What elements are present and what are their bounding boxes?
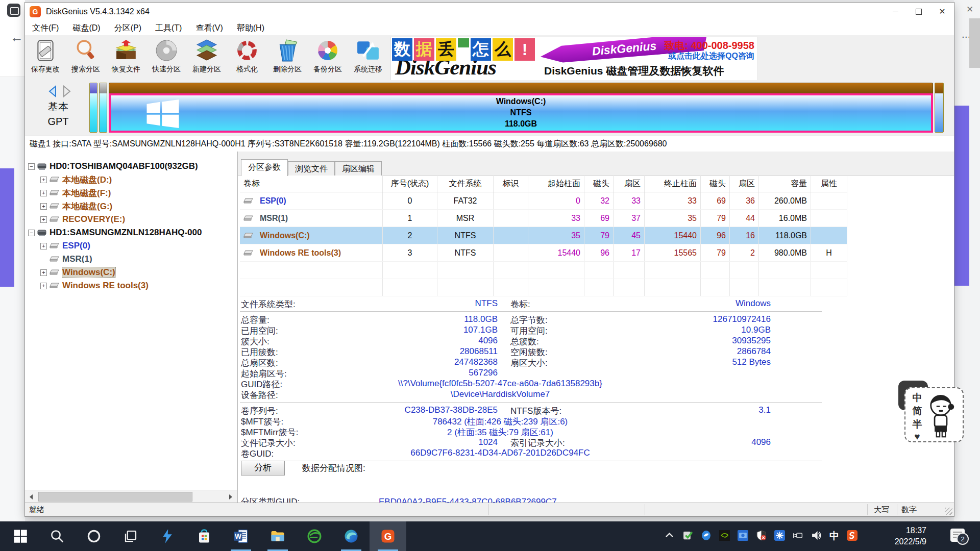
next-disk-arrow-icon[interactable] [62, 85, 72, 97]
partition-block-windows-c[interactable]: Windows(C:) NTFS 118.0GB [109, 83, 933, 133]
toolbar-system-migrate-button[interactable]: 系统迁移 [350, 37, 386, 74]
tray-volume-button[interactable] [811, 530, 822, 543]
toolbar-format-button[interactable]: 格式化 [229, 37, 265, 74]
taskbar-cortana-button[interactable] [76, 521, 112, 551]
menu-disk[interactable]: 磁盘(D) [72, 23, 100, 34]
toolbar-save-changes-button[interactable]: 保存更改 [27, 37, 64, 74]
tray-sogou-button[interactable] [847, 530, 857, 543]
expand-plus-icon[interactable]: + [40, 269, 47, 276]
taskbar-task-view-button[interactable] [112, 521, 149, 551]
background-window-icon[interactable] [7, 4, 20, 17]
table-row-windows-re[interactable]: Windows RE tools(3)3NTFS1544096171556579… [240, 244, 847, 262]
column-header-0[interactable]: 卷标 [240, 175, 383, 192]
toolbar-delete-partition-button[interactable]: 删除分区 [269, 37, 306, 74]
toolbar-backup-partition-button[interactable]: 备份分区 [309, 37, 346, 74]
prev-disk-arrow-icon[interactable] [47, 85, 58, 97]
taskbar-word-button[interactable]: W [223, 521, 259, 551]
table-row-windows-c[interactable]: Windows(C:)2NTFS357945154409616118.0GB [240, 227, 847, 244]
ad-banner[interactable]: DiskGenius DiskGenius 磁盘管理及数据恢复软件 数据丢怎么!… [390, 37, 758, 81]
column-header-4[interactable]: 起始柱面 [528, 175, 584, 192]
expand-plus-icon[interactable]: + [40, 203, 47, 210]
taskbar-explorer-button[interactable] [259, 521, 296, 551]
partition-block-esp[interactable] [89, 83, 97, 133]
expand-plus-icon[interactable]: + [40, 177, 47, 183]
tray-chevron-up-button[interactable] [664, 530, 675, 543]
column-header-11[interactable]: 属性 [811, 175, 847, 192]
tree-item-local-g[interactable]: +本地磁盘(G:) [25, 199, 237, 213]
column-header-10[interactable]: 容量 [759, 175, 811, 192]
minimize-button[interactable] [884, 3, 907, 21]
taskbar-clock[interactable]: 18:37 2022/5/9 [880, 525, 926, 547]
toolbar-recover-files-button[interactable]: 恢复文件 [108, 37, 144, 74]
taskbar-start-button[interactable] [2, 521, 39, 551]
menu-partition[interactable]: 分区(P) [114, 23, 141, 34]
tree-item-windows-re[interactable]: +Windows RE tools(3) [25, 279, 237, 292]
menu-file[interactable]: 文件(F) [32, 23, 59, 34]
analyze-button[interactable]: 分析 [241, 461, 285, 475]
column-header-1[interactable]: 序号(状态) [383, 175, 437, 192]
menu-view[interactable]: 查看(V) [195, 23, 223, 34]
column-header-2[interactable]: 文件系统 [437, 175, 494, 192]
banner-qq-link[interactable]: 或点击此处选择QQ咨询 [627, 51, 754, 62]
tray-safety-check-button[interactable] [682, 530, 693, 543]
expand-plus-icon[interactable]: + [40, 283, 47, 289]
expand-minus-icon[interactable]: − [28, 230, 35, 236]
scroll-right-arrow-icon[interactable] [225, 490, 237, 503]
maximize-button[interactable] [907, 3, 930, 21]
tree-item-msr[interactable]: MSR(1) [25, 253, 237, 266]
taskbar-store-button[interactable] [186, 521, 223, 551]
tree-item-hd1[interactable]: −HD1:SAMSUNGMZNLN128HAHQ-000 [25, 226, 237, 239]
tab-partition-params[interactable]: 分区参数 [241, 159, 288, 176]
expand-plus-icon[interactable]: + [40, 190, 47, 196]
tray-power-plug-button[interactable] [793, 530, 803, 543]
background-scrollbar[interactable] [969, 18, 980, 68]
menu-tools[interactable]: 工具(T) [155, 23, 182, 34]
tree-item-local-f[interactable]: +本地磁盘(F:) [25, 186, 237, 199]
tree-horizontal-scrollbar[interactable] [25, 490, 237, 503]
toolbar-new-partition-button[interactable]: 新建分区 [188, 37, 225, 74]
taskbar-diskgenius-button[interactable]: G [370, 521, 406, 551]
scroll-left-arrow-icon[interactable] [25, 490, 37, 503]
tray-snowflake-button[interactable] [774, 530, 785, 543]
sogou-input-panel[interactable]: 中简半♥ [904, 387, 964, 442]
column-header-6[interactable]: 扇区 [614, 175, 645, 192]
column-header-3[interactable]: 标识 [494, 175, 528, 192]
scrollbar-thumb[interactable] [38, 492, 192, 502]
tray-input-lang-indicator[interactable]: 中 [829, 530, 839, 543]
table-row-esp[interactable]: ESP(0)0FAT3203233336936260.0MB [240, 192, 847, 210]
taskbar-search-button[interactable] [39, 521, 76, 551]
menu-help[interactable]: 帮助(H) [237, 23, 264, 34]
expand-plus-icon[interactable]: + [40, 243, 47, 249]
column-header-7[interactable]: 终止柱面 [645, 175, 701, 192]
notification-center-icon[interactable]: 2 [950, 529, 965, 542]
partition-block-msr[interactable] [99, 83, 107, 133]
resize-grip[interactable] [945, 508, 952, 515]
background-close-icon[interactable]: ✕ [966, 4, 973, 15]
tab-browse-files[interactable]: 浏览文件 [288, 161, 335, 176]
cell [759, 279, 811, 296]
expand-plus-icon[interactable]: + [40, 216, 47, 223]
taskbar-edge-button[interactable] [333, 521, 370, 551]
close-button[interactable]: ✕ [930, 3, 954, 21]
tray-intel-graphics-button[interactable] [738, 530, 748, 543]
taskbar-ie-browser-button[interactable] [296, 521, 333, 551]
tree-item-hd0[interactable]: −HD0:TOSHIBAMQ04ABF100(932GB) [25, 160, 237, 173]
tray-bird-app-button[interactable] [701, 530, 712, 543]
tree-item-windows-c[interactable]: +Windows(C:) [25, 266, 237, 279]
column-header-9[interactable]: 扇区 [730, 175, 759, 192]
table-row-msr[interactable]: MSR(1)1MSR33693735794416.0MB [240, 210, 847, 227]
tree-item-esp[interactable]: +ESP(0) [25, 239, 237, 253]
column-header-8[interactable]: 磁头 [701, 175, 730, 192]
toolbar-search-partition-button[interactable]: 搜索分区 [67, 37, 104, 74]
expand-minus-icon[interactable]: − [28, 163, 35, 170]
column-header-5[interactable]: 磁头 [584, 175, 614, 192]
tray-security-shield-button[interactable] [756, 530, 767, 543]
toolbar-quick-partition-button[interactable]: 快速分区 [148, 37, 185, 74]
tray-nvidia-button[interactable] [719, 530, 730, 543]
tree-item-recovery-e[interactable]: +RECOVERY(E:) [25, 213, 237, 226]
partition-block-windows-re[interactable] [935, 83, 944, 133]
tab-sector-edit[interactable]: 扇区编辑 [335, 161, 382, 176]
taskbar-flash-app-button[interactable] [149, 521, 186, 551]
back-arrow-icon[interactable]: ← [10, 30, 23, 45]
tree-item-local-d[interactable]: +本地磁盘(D:) [25, 173, 237, 186]
